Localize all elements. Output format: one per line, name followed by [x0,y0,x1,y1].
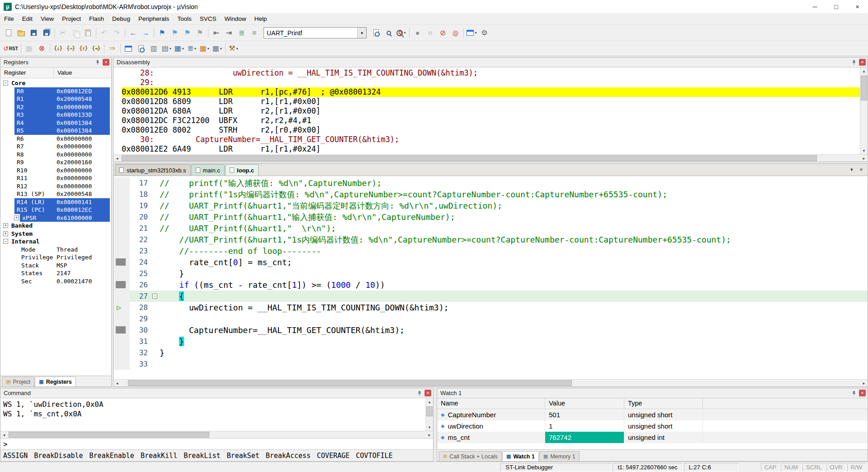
tab-watch-1[interactable]: ▦Watch 1 [502,451,539,461]
enable-breakpoint-icon[interactable]: ○ [424,27,436,39]
bookmark-toggle-icon[interactable]: ⚑ [156,27,168,39]
pin-icon[interactable] [416,390,423,397]
scroll-right-icon[interactable]: ► [860,380,868,387]
tab-main-c[interactable]: main.c [191,164,225,176]
register-row-R8[interactable]: R80x00000000 [0,151,111,159]
disassembly-line-7[interactable]: 30: CaptureNumber=__HAL_TIM_GET_COUNTER(… [122,135,860,144]
register-row-States[interactable]: States2147 [0,269,111,277]
watch-row-ms_cnt[interactable]: ◆ms_cnt762742unsigned int [437,432,868,443]
indent-icon[interactable]: ⇥ [223,27,235,39]
breakpoint-margin[interactable] [113,223,130,234]
scroll-up-icon[interactable]: ▲ [860,67,868,75]
register-row-Banked[interactable]: +Banked [0,222,111,230]
tab-memory-1[interactable]: ▦Memory 1 [539,451,580,461]
combo-dropdown-icon[interactable]: ▾ [357,28,366,38]
close-document-icon[interactable]: × [857,166,865,174]
menu-help[interactable]: Help [250,13,271,24]
paste-icon[interactable] [82,27,94,39]
uncomment-icon[interactable]: ≡ [248,27,260,39]
quick-find-icon[interactable]: ▾ [395,27,407,39]
find-icon[interactable] [382,27,395,39]
toolbox-button[interactable]: ⚒▾ [227,43,240,55]
collapse-icon[interactable]: − [3,81,8,86]
menu-flash[interactable]: Flash [85,13,108,24]
code-line-24[interactable]: 24 rate_cnt[0] = ms_cnt; [113,257,868,268]
breakpoint-margin[interactable] [113,268,130,279]
fold-collapse-icon[interactable]: − [152,294,157,299]
analysis-window-button[interactable]: ▦▾ [198,43,211,55]
code-line-27[interactable]: 27− { [113,291,868,302]
disassembly-line-5[interactable]: 0x080012DC F3C21200 UBFX r2,r2,#4,#1 [122,116,860,125]
register-row-R7[interactable]: R70x00000000 [0,143,111,151]
step-into-button[interactable]: {↓} [52,43,64,55]
breakpoint-margin[interactable] [113,189,130,200]
bookmark-next-icon[interactable]: ⚑ [181,27,193,39]
disassembly-window-button[interactable] [135,43,147,55]
menu-svcs[interactable]: SVCS [196,13,221,24]
command-breaklist[interactable]: BreakList [184,452,220,460]
menu-view[interactable]: View [37,13,58,24]
bookmark-prev-icon[interactable]: ⚑ [169,27,181,39]
code-line-26[interactable]: 26 if ((ms_cnt - rate_cnt[1]) >= (1000 /… [113,279,868,291]
breakpoint-margin[interactable] [113,313,130,324]
breakpoint-margin[interactable] [113,347,130,358]
stop-button[interactable]: ⊗ [36,43,48,55]
register-row-R12[interactable]: R120x00000000 [0,182,111,191]
disassembly-line-3[interactable]: 0x080012D8 6809 LDR r1,[r1,#0x00] [122,97,860,106]
disable-all-breakpoints-icon[interactable]: ⊘ [437,27,449,39]
register-row-R2[interactable]: R20x00000000 [0,103,111,111]
disassembly-line-2[interactable]: 0x080012D6 4913 LDR r1,[pc,#76] ; @0x080… [122,87,860,97]
reset-button[interactable]: RST [2,43,19,55]
register-row-Stack[interactable]: StackMSP [0,262,111,270]
tab-registers[interactable]: ▦Registers [35,377,75,386]
redo-icon[interactable]: ↷ [111,27,123,39]
code-line-25[interactable]: 25 } [113,268,868,279]
breakpoint-margin[interactable]: ▷ [113,302,130,313]
bookmark-clear-icon[interactable]: ⚑ [194,27,206,39]
pin-icon[interactable] [850,59,858,66]
kill-all-breakpoints-icon[interactable]: ◎ [449,27,462,39]
system-viewer-button[interactable]: ▦▾ [211,43,223,55]
code-line-32[interactable]: 32} [113,347,868,358]
register-row-xPSR[interactable]: +xPSR0x61000000 [0,214,111,222]
command-breakset[interactable]: BreakSet [226,452,259,460]
step-out-button[interactable]: {↑} [77,43,90,55]
register-row-R13-SP-[interactable]: R13 (SP)0x20000548 [0,190,111,198]
copy-icon[interactable] [69,27,81,39]
watch-window-button[interactable]: ▦▾ [173,43,185,55]
menu-window[interactable]: Window [220,13,250,24]
menu-peripherals[interactable]: Peripherals [134,13,173,24]
watch-row-uwDirection[interactable]: ◆uwDirection1unsigned short [437,420,868,432]
undo-icon[interactable]: ↶ [98,27,110,39]
disassembly-line-4[interactable]: 0x080012DA 680A LDR r2,[r1,#0x00] [122,106,860,116]
command-breakkill[interactable]: BreakKill [141,452,177,460]
navigate-back-icon[interactable]: ← [127,27,139,39]
breakpoint-margin[interactable] [113,336,130,347]
breakpoint-margin[interactable] [113,257,130,268]
collapse-icon[interactable]: − [3,239,8,244]
command-breakaccess[interactable]: BreakAccess [266,452,311,460]
command-window-button[interactable] [123,43,135,55]
close-panel-icon[interactable]: × [859,59,866,66]
menu-project[interactable]: Project [58,13,85,24]
tab-loop-c[interactable]: loop.c [225,164,259,176]
code-line-17[interactable]: 17// printf("输入捕获值: %d\n",CaptureNumber)… [113,177,868,189]
find-in-files-icon[interactable] [370,27,382,39]
register-row-R4[interactable]: R40x08001384 [0,119,111,127]
close-panel-icon[interactable]: × [103,59,109,66]
menu-edit[interactable]: Edit [18,13,37,24]
code-line-30[interactable]: 30 CaptureNumber=__HAL_TIM_GET_COUNTER(&… [113,324,868,336]
breakpoint-margin[interactable] [113,234,130,245]
registers-window-button[interactable]: ▤▾ [160,43,173,55]
unindent-icon[interactable]: ⇤ [210,27,222,39]
maximize-button[interactable]: □ [826,0,847,13]
run-to-cursor-button[interactable]: {⇥} [90,43,102,55]
tab-list-icon[interactable]: ▼ [848,166,856,174]
register-row-Privilege[interactable]: PrivilegePrivileged [0,253,111,262]
command-breakdisable[interactable]: BreakDisable [34,452,83,460]
register-row-R3[interactable]: R30x0800133D [0,111,111,119]
pin-icon[interactable] [94,59,101,66]
code-line-20[interactable]: 20// UART_Printf(&huart1,"输入捕获值: %d\r\n"… [113,211,868,223]
register-row-R6[interactable]: R60x00000000 [0,135,111,143]
new-file-icon[interactable] [2,27,14,39]
